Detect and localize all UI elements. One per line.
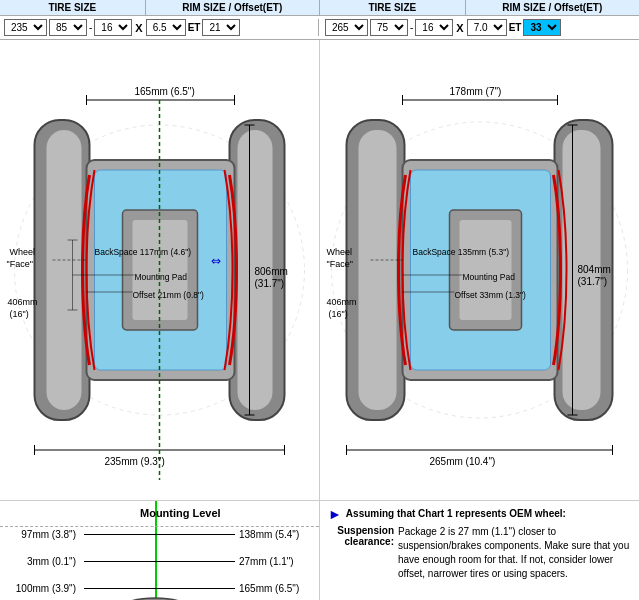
rim-size-label2: 406mm (327, 297, 357, 307)
meas-left-1: 3mm (0.1") (0, 556, 80, 567)
swap-icon[interactable]: ⇔ (211, 254, 221, 268)
p1-rim-dia-select[interactable]: 161718 (94, 19, 132, 36)
svg-text:(31.7"): (31.7") (578, 276, 608, 287)
svg-text:(31.7"): (31.7") (255, 278, 285, 289)
panel1-tire-label: TIRE SIZE (0, 0, 145, 15)
bottom-left-panel: Mounting Level 97mm (3.8") 138mm (5.4") … (0, 501, 320, 600)
wheel-face-label1: Wheel (10, 247, 36, 257)
rim-size-label1: 406mm (8, 297, 38, 307)
meas-right-1: 27mm (1.1") (239, 556, 319, 567)
info-header: ► Assuming that Chart 1 represents OEM w… (328, 507, 631, 521)
p2-rim-width-select[interactable]: 7.06.57.5 (467, 19, 507, 36)
meas-right-0: 138mm (5.4") (239, 529, 319, 540)
p2-minus-icon: - (410, 22, 413, 33)
height-label2: 804mm (578, 264, 611, 275)
backspace-label2: BackSpace 135mm (5.3") (413, 247, 510, 257)
bottom-area: Mounting Level 97mm (3.8") 138mm (5.4") … (0, 500, 639, 600)
svg-rect-31 (359, 130, 397, 410)
width-label: 165mm (6.5") (135, 86, 195, 97)
meas-left-2: 100mm (3.9") (0, 583, 80, 594)
mounting-level-title: Mounting Level (140, 507, 221, 519)
suspension-row: Suspension clearance: Package 2 is 27 mm… (328, 525, 631, 581)
p1-rim-width-select[interactable]: 6.57.07.5 (146, 19, 186, 36)
p2-rim-dia-select[interactable]: 161718 (415, 19, 453, 36)
mounting-pad-label2: Mounting Pad (463, 272, 516, 282)
p2-x-label: X (456, 22, 463, 34)
p1-et-label: ET (188, 22, 201, 33)
chart1: 165mm (6.5") 806mm (31.7") Wheel "Face" … (0, 40, 320, 500)
meas-right-2: 165mm (6.5") (239, 583, 319, 594)
p2-et-select[interactable]: 332125 (523, 19, 561, 36)
p1-minus-icon: - (89, 22, 92, 33)
offset-label1: Offset 21mm (0.8") (133, 290, 205, 300)
svg-text:(16"): (16") (10, 309, 29, 319)
p2-et-label: ET (509, 22, 522, 33)
offset-label2: Offset 33mm (1.3") (455, 290, 527, 300)
svg-text:(16"): (16") (329, 309, 348, 319)
blue-arrow-icon: ► (328, 507, 342, 521)
bottom-right-panel: ► Assuming that Chart 1 represents OEM w… (320, 501, 639, 600)
panel2-tire-label: TIRE SIZE (320, 0, 465, 15)
top-header-bar: TIRE SIZE RIM SIZE / Offset(ET) TIRE SIZ… (0, 0, 639, 16)
panel1-rim-label: RIM SIZE / Offset(ET) (146, 0, 319, 15)
meas-left-0: 97mm (3.8") (0, 529, 80, 540)
p1-x-label: X (135, 22, 142, 34)
p1-tire-ar-select[interactable]: 857565 (49, 19, 87, 36)
info-title: Assuming that Chart 1 represents OEM whe… (346, 507, 566, 521)
svg-rect-37 (460, 220, 512, 320)
p2-tire-width-select[interactable]: 265255245 (325, 19, 368, 36)
suspension-label: Suspension clearance: (328, 525, 398, 581)
height-label: 806mm (255, 266, 288, 277)
main-charts: 165mm (6.5") 806mm (31.7") Wheel "Face" … (0, 40, 639, 500)
tire-width-label1: 235mm (9.3") (105, 456, 165, 467)
width-label2: 178mm (7") (450, 86, 502, 97)
p1-et-select[interactable]: 21253033 (202, 19, 240, 36)
suspension-text: Package 2 is 27 mm (1.1") closer to susp… (398, 525, 631, 581)
svg-rect-2 (47, 130, 82, 410)
backspace-label1: BackSpace 117mm (4.6") (95, 247, 192, 257)
wheel-face-label2: Wheel (327, 247, 353, 257)
svg-text:"Face": "Face" (7, 259, 33, 269)
tire-width-label2: 265mm (10.4") (430, 456, 496, 467)
chart2: 178mm (7") 804mm (31.7") Wheel "Face" Ba… (320, 40, 639, 500)
mounting-pad-label1: Mounting Pad (135, 272, 188, 282)
p2-tire-ar-select[interactable]: 758565 (370, 19, 408, 36)
p1-tire-width-select[interactable]: 235245255265 (4, 19, 47, 36)
svg-text:"Face": "Face" (327, 259, 353, 269)
panel2-rim-label: RIM SIZE / Offset(ET) (466, 0, 639, 15)
